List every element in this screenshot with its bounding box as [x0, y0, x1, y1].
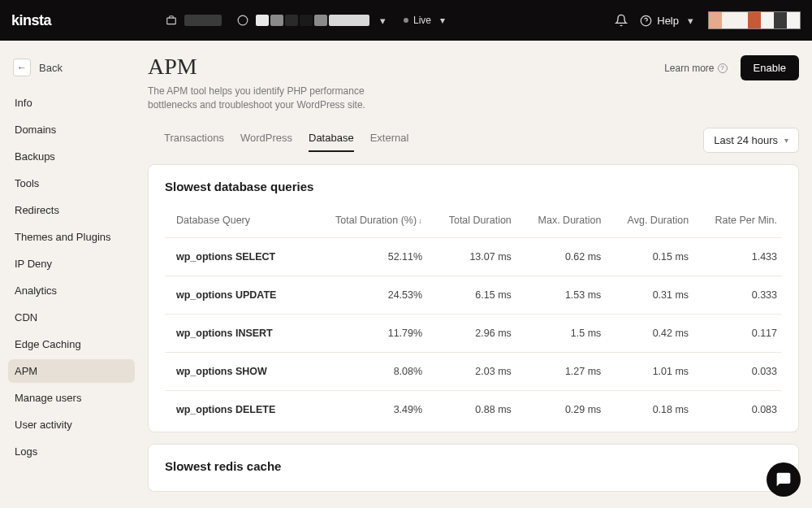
status-dot-icon: [404, 18, 408, 23]
cell-max: 1.53 ms: [516, 276, 607, 314]
cell-rate: 0.033: [693, 352, 782, 390]
cell-pct: 8.08%: [309, 352, 428, 390]
chat-launcher[interactable]: [767, 462, 801, 497]
sidebar-item-user-activity[interactable]: User activity: [8, 413, 135, 436]
column-header[interactable]: Database Query: [165, 208, 309, 238]
cell-pct: 52.11%: [309, 237, 428, 276]
svg-rect-0: [167, 18, 176, 24]
sidebar-item-themes-and-plugins[interactable]: Themes and Plugins: [8, 225, 135, 249]
cell-total: 0.88 ms: [427, 390, 516, 428]
time-range-select[interactable]: Last 24 hours ▾: [703, 128, 799, 153]
learn-more-link[interactable]: Learn more ?: [664, 63, 727, 74]
chat-icon: [775, 471, 792, 488]
cell-rate: 0.333: [693, 276, 782, 314]
help-circle-icon: ?: [718, 63, 728, 73]
cell-total: 2.96 ms: [427, 314, 516, 352]
cell-avg: 0.15 ms: [606, 237, 693, 276]
sort-desc-icon: ↓: [418, 216, 422, 225]
cell-max: 0.29 ms: [516, 390, 607, 428]
chevron-down-icon: ▾: [436, 14, 449, 27]
cell-total: 2.03 ms: [427, 352, 516, 390]
back-link[interactable]: ← Back: [8, 54, 135, 91]
cell-query: wp_options DELETE: [165, 390, 309, 428]
briefcase-icon: [165, 14, 178, 27]
cell-max: 1.5 ms: [516, 314, 607, 352]
table-row[interactable]: wp_options DELETE3.49%0.88 ms0.29 ms0.18…: [165, 390, 782, 428]
cell-query: wp_options SELECT: [165, 237, 309, 276]
sidebar-item-info[interactable]: Info: [8, 91, 135, 115]
help-circle-icon: [639, 14, 652, 27]
site-dropdown[interactable]: ▾: [236, 14, 389, 27]
cell-query: wp_options SHOW: [165, 352, 309, 390]
queries-card-title: Slowest database queries: [165, 180, 782, 193]
tab-database[interactable]: Database: [309, 128, 354, 152]
cell-max: 0.62 ms: [516, 237, 607, 276]
cell-pct: 24.53%: [309, 276, 428, 314]
cell-total: 6.15 ms: [427, 276, 516, 314]
table-row[interactable]: wp_options INSERT11.79%2.96 ms1.5 ms0.42…: [165, 314, 782, 352]
sidebar-item-analytics[interactable]: Analytics: [8, 279, 135, 302]
chevron-down-icon: ▾: [784, 136, 788, 145]
column-header[interactable]: Total Duration (%)↓: [309, 208, 428, 238]
page-description: The APM tool helps you identify PHP perf…: [148, 85, 375, 113]
chevron-down-icon: ▾: [376, 14, 389, 27]
cell-rate: 1.433: [693, 237, 782, 276]
sidebar-item-backups[interactable]: Backups: [8, 145, 135, 168]
redis-card-title: Slowest redis cache: [165, 459, 782, 473]
tab-wordpress[interactable]: WordPress: [240, 128, 292, 152]
column-header[interactable]: Total Duration: [427, 208, 516, 238]
cell-total: 13.07 ms: [427, 237, 516, 276]
sidebar-item-ip-deny[interactable]: IP Deny: [8, 252, 135, 276]
page-title: APM: [148, 54, 375, 80]
sidebar: ← Back InfoDomainsBackupsToolsRedirectsT…: [0, 41, 143, 508]
cell-pct: 3.49%: [309, 390, 428, 428]
environment-dropdown[interactable]: Live ▾: [404, 14, 449, 27]
cell-avg: 0.18 ms: [606, 390, 693, 428]
help-label: Help: [657, 15, 679, 27]
main-content: APM The APM tool helps you identify PHP …: [143, 41, 812, 508]
cell-query: wp_options UPDATE: [165, 276, 309, 314]
tabs: TransactionsWordPressDatabaseExternal: [164, 128, 408, 152]
topbar: kinsta ▾ Live ▾: [0, 0, 812, 41]
column-header[interactable]: Rate Per Min.: [693, 208, 782, 238]
arrow-left-icon: ←: [13, 59, 31, 76]
redis-card: Slowest redis cache: [148, 444, 799, 492]
help-menu[interactable]: Help ▾: [639, 14, 697, 27]
cell-rate: 0.083: [693, 390, 782, 428]
table-row[interactable]: wp_options SHOW8.08%2.03 ms1.27 ms1.01 m…: [165, 352, 782, 390]
sidebar-item-apm[interactable]: APM: [8, 359, 135, 383]
sidebar-item-cdn[interactable]: CDN: [8, 306, 135, 329]
sidebar-item-domains[interactable]: Domains: [8, 118, 135, 141]
cell-query: wp_options INSERT: [165, 314, 309, 352]
sidebar-item-manage-users[interactable]: Manage users: [8, 386, 135, 410]
wordpress-icon: [236, 14, 249, 27]
cell-avg: 1.01 ms: [606, 352, 693, 390]
brand-logo[interactable]: kinsta: [11, 12, 51, 29]
enable-button[interactable]: Enable: [741, 55, 799, 80]
table-row[interactable]: wp_options SELECT52.11%13.07 ms0.62 ms0.…: [165, 237, 782, 276]
environment-label: Live: [413, 15, 431, 26]
tab-external[interactable]: External: [370, 128, 409, 152]
sidebar-item-edge-caching[interactable]: Edge Caching: [8, 332, 135, 356]
user-avatar[interactable]: [708, 11, 801, 29]
time-range-label: Last 24 hours: [714, 134, 778, 146]
queries-card: Slowest database queries Database QueryT…: [148, 164, 799, 432]
sidebar-item-logs[interactable]: Logs: [8, 440, 135, 463]
cell-avg: 0.31 ms: [606, 276, 693, 314]
sidebar-item-redirects[interactable]: Redirects: [8, 198, 135, 222]
cell-max: 1.27 ms: [516, 352, 607, 390]
cell-avg: 0.42 ms: [606, 314, 693, 352]
cell-rate: 0.117: [693, 314, 782, 352]
company-dropdown[interactable]: [165, 14, 222, 27]
notification-bell-icon[interactable]: [615, 14, 628, 27]
tab-transactions[interactable]: Transactions: [164, 128, 224, 152]
chevron-down-icon: ▾: [684, 14, 697, 27]
svg-point-1: [238, 15, 248, 25]
column-header[interactable]: Max. Duration: [516, 208, 607, 238]
cell-pct: 11.79%: [309, 314, 428, 352]
queries-table: Database QueryTotal Duration (%)↓Total D…: [165, 208, 782, 428]
column-header[interactable]: Avg. Duration: [606, 208, 693, 238]
back-label: Back: [39, 62, 63, 74]
sidebar-item-tools[interactable]: Tools: [8, 172, 135, 195]
table-row[interactable]: wp_options UPDATE24.53%6.15 ms1.53 ms0.3…: [165, 276, 782, 314]
